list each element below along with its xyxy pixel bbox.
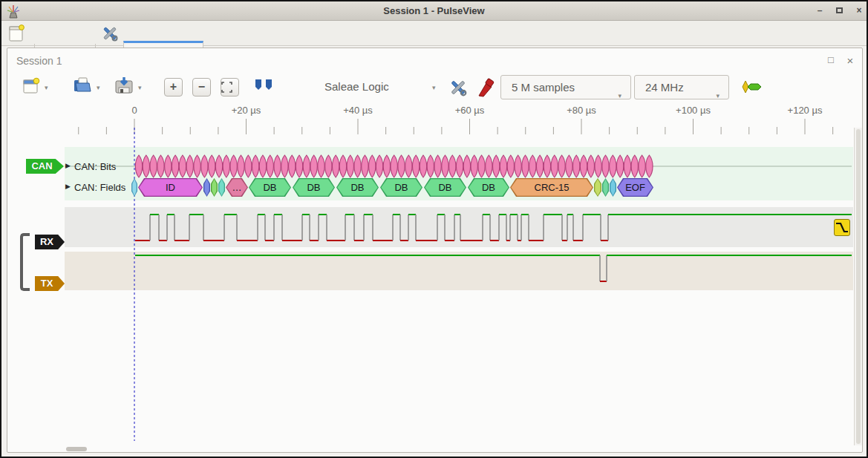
bit-annotation[interactable] (223, 155, 229, 177)
decode-field-db[interactable]: DB (249, 178, 291, 197)
bit-annotation[interactable] (413, 155, 420, 177)
bit-annotation[interactable] (179, 155, 186, 177)
vertical-scrollbar-handle[interactable] (856, 129, 861, 444)
bit-annotation[interactable] (639, 155, 645, 177)
bit-annotation[interactable] (332, 155, 339, 177)
bit-annotation[interactable] (558, 155, 565, 177)
bit-annotation[interactable] (245, 155, 252, 177)
ruler-label: 0 (131, 105, 137, 116)
bit-annotation[interactable] (493, 155, 500, 177)
bit-annotation[interactable] (391, 155, 397, 177)
bit-annotation[interactable] (536, 155, 543, 177)
bit-annotation[interactable] (383, 155, 390, 177)
bit-annotation[interactable] (434, 155, 441, 177)
channel-group-bracket[interactable] (20, 233, 30, 291)
bit-annotation[interactable] (463, 155, 470, 177)
bit-annotation[interactable] (303, 155, 310, 177)
ruler-label: +100 µs (676, 105, 711, 116)
decode-field-label: DB (307, 182, 320, 193)
bit-annotation[interactable] (238, 155, 244, 177)
decode-field-label: DB (350, 182, 364, 193)
bit-annotation[interactable] (405, 155, 412, 177)
bit-annotation[interactable] (427, 155, 434, 177)
bit-annotation[interactable] (515, 155, 521, 177)
bit-annotation[interactable] (420, 155, 426, 177)
bit-annotation[interactable] (194, 155, 200, 177)
bit-annotation[interactable] (150, 155, 157, 177)
bit-annotation[interactable] (369, 155, 376, 177)
bit-annotation[interactable] (339, 155, 346, 177)
bit-annotation[interactable] (354, 155, 361, 177)
bit-annotation[interactable] (259, 155, 266, 177)
bit-annotation[interactable] (143, 155, 149, 177)
decode-field-db[interactable]: DB (336, 178, 379, 197)
bit-annotation[interactable] (201, 155, 208, 177)
bit-annotation[interactable] (209, 155, 215, 177)
bit-annotation[interactable] (602, 155, 609, 177)
decode-field-fill (132, 179, 136, 195)
decode-field-crc-15[interactable]: CRC-15 (510, 178, 593, 197)
bit-annotation[interactable] (624, 155, 630, 177)
horizontal-scrollbar-handle[interactable] (66, 447, 87, 451)
decode-field-fill (595, 179, 600, 195)
bit-annotation[interactable] (289, 155, 296, 177)
row-label-can-bits: CAN: Bits (74, 161, 116, 172)
decode-field-id[interactable]: ID (138, 178, 203, 197)
bit-annotation[interactable] (318, 155, 324, 177)
bit-annotation[interactable] (478, 155, 485, 177)
bit-annotation[interactable] (507, 155, 514, 177)
bit-annotation[interactable] (471, 155, 477, 177)
bit-annotation[interactable] (522, 155, 529, 177)
trigger-marker[interactable] (834, 219, 850, 236)
bit-annotation[interactable] (566, 155, 572, 177)
decode-field-eof[interactable]: EOF (617, 178, 653, 197)
bit-annotation[interactable] (587, 155, 594, 177)
decode-field-db[interactable]: DB (468, 178, 509, 197)
decode-field-db[interactable]: DB (293, 178, 335, 197)
decode-field-fill (610, 179, 615, 195)
bit-annotation[interactable] (573, 155, 580, 177)
bit-annotation[interactable] (529, 155, 536, 177)
bit-annotation[interactable] (398, 155, 405, 177)
bit-annotation[interactable] (449, 155, 456, 177)
bit-annotation[interactable] (296, 155, 302, 177)
bit-annotation[interactable] (347, 155, 353, 177)
pulseview-window: Session 1 - PulseView – × Run Session 1 … (0, 0, 868, 458)
decode-field-db[interactable]: DB (424, 178, 466, 197)
bit-annotation[interactable] (631, 155, 638, 177)
bit-annotation[interactable] (215, 155, 222, 177)
bit-annotation[interactable] (442, 155, 448, 177)
bit-annotation[interactable] (646, 155, 653, 177)
bit-annotation[interactable] (172, 155, 178, 177)
bit-annotation[interactable] (500, 155, 506, 177)
bit-annotation[interactable] (230, 155, 237, 177)
bit-annotation[interactable] (186, 155, 193, 177)
bit-annotation[interactable] (165, 155, 172, 177)
expander-can-fields[interactable]: ▶ (65, 183, 71, 190)
falling-edge-icon (835, 220, 849, 235)
waveform-overlay (1, 1, 867, 457)
bit-annotation[interactable] (456, 155, 463, 177)
bit-annotation[interactable] (135, 155, 142, 177)
bit-annotation[interactable] (281, 155, 288, 177)
bit-annotation[interactable] (274, 155, 281, 177)
bit-annotation[interactable] (610, 155, 616, 177)
expander-can-bits[interactable]: ▶ (65, 162, 71, 169)
bit-annotation[interactable] (310, 155, 317, 177)
decode-field-db[interactable]: DB (380, 178, 422, 197)
bit-annotation[interactable] (616, 155, 623, 177)
bit-annotation[interactable] (376, 155, 382, 177)
bit-annotation[interactable] (544, 155, 550, 177)
bit-annotation[interactable] (325, 155, 332, 177)
bit-annotation[interactable] (157, 155, 164, 177)
bit-annotation[interactable] (595, 155, 601, 177)
bit-annotation[interactable] (486, 155, 492, 177)
bit-annotation[interactable] (362, 155, 368, 177)
decode-field-fill (212, 179, 216, 195)
bit-annotation[interactable] (267, 155, 273, 177)
bit-annotation[interactable] (252, 155, 258, 177)
row-label-can-fields: CAN: Fields (74, 182, 125, 193)
decode-field-label: DB (394, 182, 408, 193)
bit-annotation[interactable] (580, 155, 587, 177)
bit-annotation[interactable] (551, 155, 558, 177)
